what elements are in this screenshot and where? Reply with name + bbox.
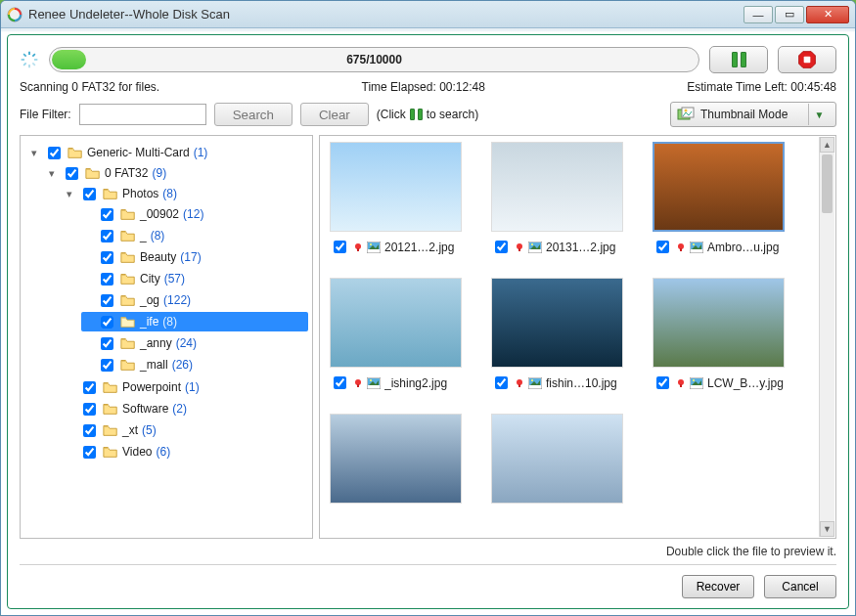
tree-expander-icon[interactable]: ▾ [28,147,40,159]
window-controls: — ▭ ✕ [743,6,849,23]
tree-node-sibling[interactable]: Software (2) [64,399,308,418]
clear-button[interactable]: Clear [300,103,369,126]
filter-row: File Filter: Search Clear (Click to sear… [20,102,836,127]
folder-tree-pane: ▾Generic- Multi-Card (1)▾0 FAT32 (9)▾Pho… [20,135,313,539]
tree-node-fat[interactable]: ▾0 FAT32 (9) [46,163,308,183]
tree-checkbox[interactable] [66,167,78,180]
tree-checkbox[interactable] [101,294,113,307]
svg-point-42 [531,379,533,381]
maximize-button[interactable]: ▭ [775,6,804,23]
status-row: Scanning 0 FAT32 for files. Time Elapsed… [20,80,836,94]
tree-checkbox[interactable] [83,188,96,200]
tree-checkbox[interactable] [101,316,113,329]
svg-rect-15 [357,248,359,251]
tree-node-child[interactable]: Beauty (17) [81,247,308,267]
pin-icon [353,242,363,252]
tree-checkbox[interactable] [48,147,61,159]
tree-checkbox[interactable] [101,337,113,350]
thumb-checkbox[interactable] [656,376,669,389]
tree-checkbox[interactable] [101,208,113,221]
pause-icon-inline [410,109,423,120]
scroll-down-icon[interactable]: ▼ [820,521,834,537]
thumbnail-image [653,142,785,232]
filter-input[interactable] [79,104,206,125]
tree-node-child[interactable]: City (57) [81,269,308,288]
view-mode-label: Thumbnail Mode [700,108,788,121]
thumbnail-filename: 20121…2.jpg [384,241,462,254]
tree-node-child[interactable]: _mall (26) [81,355,308,374]
thumbnail-item[interactable]: LCW_B…y.jpg [653,278,785,392]
thumbnail-item[interactable] [491,414,623,504]
tree-node-sibling[interactable]: _xt (5) [64,420,308,440]
tree-expander-icon[interactable]: ▾ [64,188,75,200]
view-mode-toggle[interactable]: Thumbnail Mode ▼ [670,102,836,127]
thumbnail-item[interactable]: 20131…2.jpg [491,142,623,256]
svg-line-6 [32,63,35,66]
tree-checkbox[interactable] [101,359,113,372]
thumbnail-filename: Ambro…u.jpg [707,241,785,254]
folder-tree[interactable]: ▾Generic- Multi-Card (1)▾0 FAT32 (9)▾Pho… [24,142,308,464]
tree-checkbox[interactable] [101,251,113,264]
progress-fill [52,50,86,69]
scanning-status: Scanning 0 FAT32 for files. [20,80,159,94]
svg-point-24 [531,243,533,245]
view-mode-dropdown-icon: ▼ [808,104,830,125]
svg-point-36 [370,379,372,381]
svg-rect-10 [804,57,811,64]
close-button[interactable]: ✕ [806,6,849,23]
thumbnail-caption: _ishing2.jpg [330,374,462,392]
thumbnail-filename: LCW_B…y.jpg [707,376,785,390]
tree-checkbox[interactable] [83,424,96,437]
tree-expander-icon[interactable]: ▾ [46,167,58,180]
thumbnail-item[interactable]: Ambro…u.jpg [653,142,785,256]
picture-icon [690,377,703,389]
tree-checkbox[interactable] [83,446,96,459]
tree-node-sibling[interactable]: Powerpoint (1) [64,377,308,397]
progress-text: 675/10000 [346,53,402,66]
pin-icon [515,242,524,252]
pause-button[interactable] [709,46,768,73]
thumb-checkbox[interactable] [656,241,669,253]
thumbnail-image [330,142,462,232]
thumbnail-image [491,278,623,368]
thumbnail-caption: 20131…2.jpg [491,238,623,256]
scroll-handle[interactable] [822,154,833,213]
tree-node-child[interactable]: _ (8) [81,226,308,245]
tree-node-root[interactable]: ▾Generic- Multi-Card (1) [28,143,308,162]
thumb-checkbox[interactable] [334,376,346,389]
thumbnail-item[interactable]: _ishing2.jpg [330,278,462,392]
tree-node-child[interactable]: _ife (8) [81,312,308,331]
recover-button[interactable]: Recover [682,575,754,598]
search-button[interactable]: Search [214,103,293,126]
picture-icon [690,242,703,253]
scroll-up-icon[interactable]: ▲ [820,137,834,153]
svg-rect-21 [518,248,520,251]
tree-checkbox[interactable] [83,381,96,394]
thumb-checkbox[interactable] [495,241,508,253]
thumbnail-caption: fishin…10.jpg [491,374,623,392]
thumb-checkbox[interactable] [495,376,508,389]
thumb-scrollbar[interactable]: ▲ ▼ [819,137,834,537]
tree-node-photos[interactable]: ▾Photos (8) [64,184,308,203]
thumbnail-item[interactable] [330,414,462,504]
tree-node-sibling[interactable]: Video (6) [64,442,308,462]
filter-label: File Filter: [20,108,71,121]
titlebar: Renee Undeleter--Whole Disk Scan — ▭ ✕ [1,1,855,28]
minimize-button[interactable]: — [743,6,773,23]
tree-node-child[interactable]: _og (122) [81,290,308,310]
thumb-checkbox[interactable] [334,241,346,253]
thumbnail-item[interactable]: fishin…10.jpg [491,278,623,392]
tree-node-child[interactable]: _00902 (12) [81,204,308,224]
thumbnail-caption: Ambro…u.jpg [653,238,785,256]
stop-button[interactable] [778,46,836,73]
thumbnail-item[interactable]: 20121…2.jpg [330,142,462,256]
tree-checkbox[interactable] [83,403,96,416]
svg-point-48 [693,379,695,381]
tree-node-child[interactable]: _anny (24) [81,333,308,353]
thumbnail-image [330,278,462,368]
svg-rect-39 [518,384,520,387]
tree-checkbox[interactable] [101,273,113,286]
cancel-button[interactable]: Cancel [764,575,836,598]
tree-checkbox[interactable] [101,230,113,242]
preview-hint: Double click the file to preview it. [20,539,836,560]
